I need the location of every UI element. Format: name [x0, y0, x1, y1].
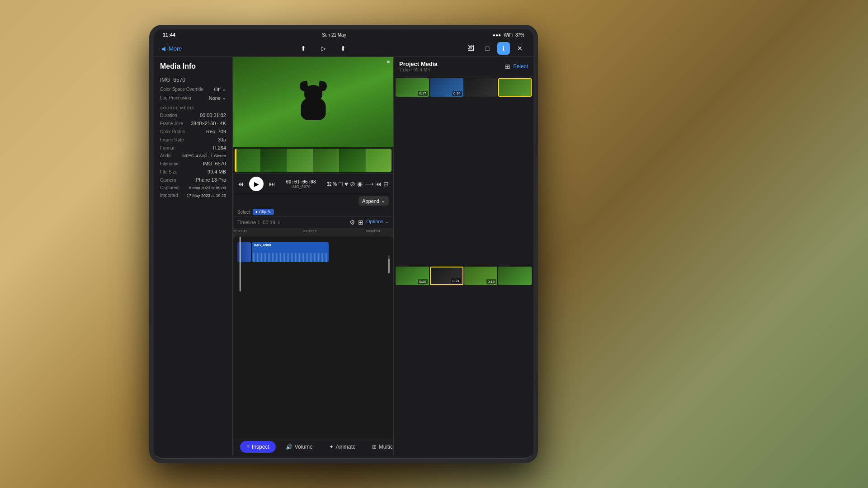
media-thumb-5[interactable]: 0:20 [396, 267, 429, 285]
grid-view-icon[interactable]: ⊞ [505, 63, 510, 70]
trim-icon[interactable]: ⏮ [375, 180, 382, 188]
play-button[interactable]: ▶ [249, 177, 264, 191]
volume-icon: 🔊 [286, 444, 292, 450]
timeline-options-button[interactable]: Options ⌄ [366, 219, 389, 226]
clip-frame-2 [260, 149, 287, 172]
color-profile-value: Rec. 709 [206, 129, 226, 134]
clip-badge[interactable]: ● Clip ✎ [253, 209, 274, 215]
status-time: 11:44 [163, 32, 175, 38]
skip-back-button[interactable]: ⏮ [237, 180, 244, 188]
timeline-layout-icon[interactable]: ⊞ [358, 219, 363, 226]
back-button[interactable]: ◀ iMore [161, 45, 182, 52]
project-media-actions: ⊞ Select [505, 63, 528, 70]
append-chevron-icon: ⌄ [381, 198, 385, 204]
toolbar-center: ⬆ ▷ ⬆ [297, 42, 349, 55]
media-thumb-2[interactable]: 0:16 [430, 78, 463, 97]
filename-field: IMG_6570 [154, 75, 232, 85]
animate-icon: ✦ [329, 444, 334, 450]
timeline-settings-icon[interactable]: ⚙ [349, 219, 355, 226]
mark-icon[interactable]: ◉ [357, 180, 363, 188]
share2-icon[interactable]: ⬆ [337, 42, 349, 55]
frame-rate-field: Frame Rate 30p [154, 136, 232, 144]
media-thumb-6[interactable]: 0:21 [430, 267, 463, 285]
log-processing-select[interactable]: None ⌄ [209, 95, 226, 101]
clip-dot-icon: ● [255, 210, 258, 214]
chevron-icon: ⌄ [222, 86, 226, 92]
clip-main[interactable]: IMG_6588 [252, 242, 329, 262]
filename-value: IMG_6570 [160, 77, 226, 83]
volume-indicator[interactable] [388, 255, 390, 273]
reject-icon[interactable]: ⊘ [350, 180, 355, 188]
info-icon[interactable]: ℹ [497, 42, 510, 55]
project-media-title-area: Project Media 1 clip · 99.4 MB [399, 61, 438, 72]
clip-frame-3 [287, 149, 313, 172]
color-space-label: Color Space Override [160, 87, 203, 92]
media-thumb-7[interactable]: 0:15 [464, 267, 498, 285]
clip-strip[interactable] [235, 149, 392, 172]
thumb-img-8 [498, 267, 532, 285]
duration-value: 00:00:31:02 [200, 113, 226, 118]
camera-record-icon[interactable]: ▷ [317, 42, 330, 55]
tablet-frame: 11:44 Sun 21 May ●●● WiFi 87% ◀ iMore ⬆ … [149, 25, 538, 463]
thumb-duration-1: 0:17 [418, 91, 428, 96]
back-chevron-icon: ◀ [161, 45, 165, 52]
heart-icon[interactable]: ♥ [344, 180, 348, 188]
log-processing-row: Log Processing None ⌄ [154, 94, 232, 102]
format-value: H.264 [213, 145, 226, 150]
battery-indicator: 87% [515, 33, 524, 38]
color-profile-label: Color Profile [160, 129, 185, 134]
view-icon[interactable]: □ [339, 180, 342, 188]
tab-volume[interactable]: 🔊 Volume [279, 441, 319, 453]
skip-forward-button[interactable]: ⏭ [269, 180, 275, 188]
media-thumb-3[interactable] [464, 78, 498, 97]
clip-badge-label: Clip [259, 210, 266, 214]
camera-value: iPhone 13 Pro [194, 177, 226, 183]
status-date: Sun 21 May [322, 33, 346, 38]
duration-field: Duration 00:00:31:02 [154, 111, 232, 119]
share-icon[interactable]: ⬆ [297, 42, 310, 55]
tab-animate-label: Animate [336, 444, 356, 450]
status-right: ●●● WiFi 87% [493, 33, 524, 38]
tab-inspect[interactable]: ≡ Inspect [240, 441, 276, 453]
thumb-duration-6: 0:21 [451, 278, 461, 283]
timeline-tracks: IMG_6588 [233, 237, 393, 291]
color-space-row: Color Space Override Off ⌄ [154, 85, 232, 94]
color-space-select[interactable]: Off ⌄ [214, 86, 226, 92]
close-icon[interactable]: ✕ [514, 42, 526, 55]
timeline-duration: 00:19 [263, 220, 275, 225]
audio-field: Audio MPEG-4 AAC · 1 Stereo [154, 152, 232, 160]
photo-icon[interactable]: 🖼 [465, 42, 477, 55]
media-thumb-1[interactable]: 0:17 [396, 78, 429, 97]
tab-inspect-label: Inspect [252, 444, 269, 450]
grid-icon[interactable]: □ [481, 42, 494, 55]
tab-multicam[interactable]: ⊞ Multicam [366, 441, 393, 453]
color-profile-field: Color Profile Rec. 709 [154, 127, 232, 136]
media-thumb-4[interactable] [498, 78, 532, 97]
back-label: iMore [167, 45, 182, 52]
select-button[interactable]: Select [513, 63, 528, 70]
tab-animate[interactable]: ✦ Animate [323, 441, 362, 453]
timeline-info-icon[interactable]: ℹ [278, 220, 280, 225]
sidebar: Media Info IMG_6570 Color Space Override… [154, 57, 233, 455]
playback-left: ⏮ ▶ ⏭ [237, 177, 275, 191]
dog-figure [295, 80, 331, 120]
forward-icon[interactable]: ⟶ [364, 180, 373, 188]
media-thumb-8[interactable] [498, 267, 532, 285]
ruler-mark-0: 00:00:00 [233, 229, 247, 233]
audio-value: MPEG-4 AAC · 1 Stereo [182, 154, 226, 158]
filename2-label: Filename [160, 161, 179, 166]
video-thumbnail [233, 57, 393, 147]
camera-label: Camera [160, 178, 176, 183]
frame-size-field: Frame Size 3840×2160 · 4K [154, 119, 232, 127]
inspect-icon: ≡ [246, 444, 250, 450]
file-size-value: 99.4 MB [208, 169, 226, 174]
minus-icon[interactable]: ⊟ [383, 180, 389, 188]
filename2-field: Filename IMG_6570 [154, 160, 232, 168]
timecode-display: 00:01:06:08 [286, 179, 316, 184]
timeline-header-right: ⚙ ⊞ Options ⌄ [349, 219, 389, 226]
frame-dot [387, 61, 390, 63]
color-space-value: Off [214, 87, 221, 92]
audio-label: Audio [160, 153, 172, 158]
append-button[interactable]: Append ⌄ [359, 196, 389, 206]
tab-multicam-label: Multicam [379, 444, 393, 450]
